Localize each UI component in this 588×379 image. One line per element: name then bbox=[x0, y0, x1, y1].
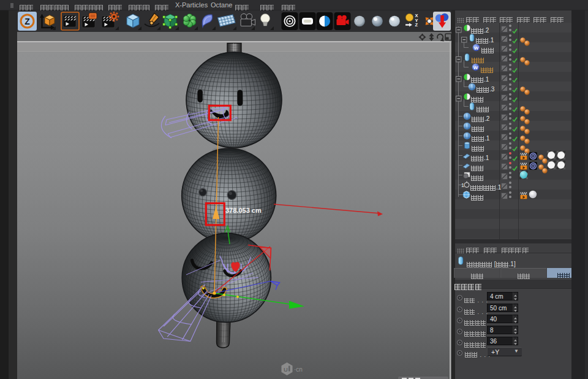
svg-text:U: U bbox=[284, 366, 288, 373]
svg-text:Z: Z bbox=[24, 17, 30, 26]
svg-text:1: 1 bbox=[461, 182, 464, 188]
svg-text:W: W bbox=[473, 65, 478, 71]
svg-text:Z: Z bbox=[415, 22, 418, 28]
svg-text:·cn: ·cn bbox=[294, 366, 303, 373]
svg-text:W: W bbox=[474, 45, 479, 51]
svg-text:378.053 cm: 378.053 cm bbox=[225, 207, 262, 214]
